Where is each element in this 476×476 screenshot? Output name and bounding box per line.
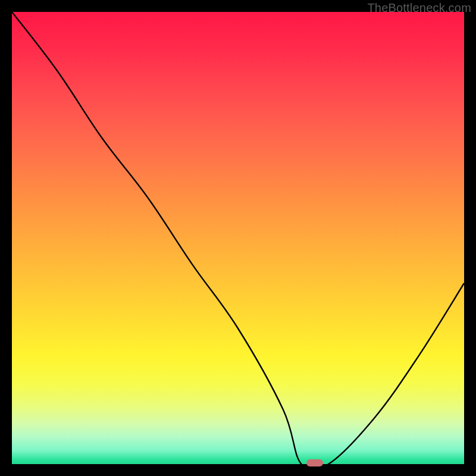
chart-frame: TheBottleneck.com [0,0,476,476]
plot-area [12,12,464,464]
optimal-marker [306,459,323,466]
curve-svg [12,12,464,464]
bottleneck-curve-path [12,12,464,464]
